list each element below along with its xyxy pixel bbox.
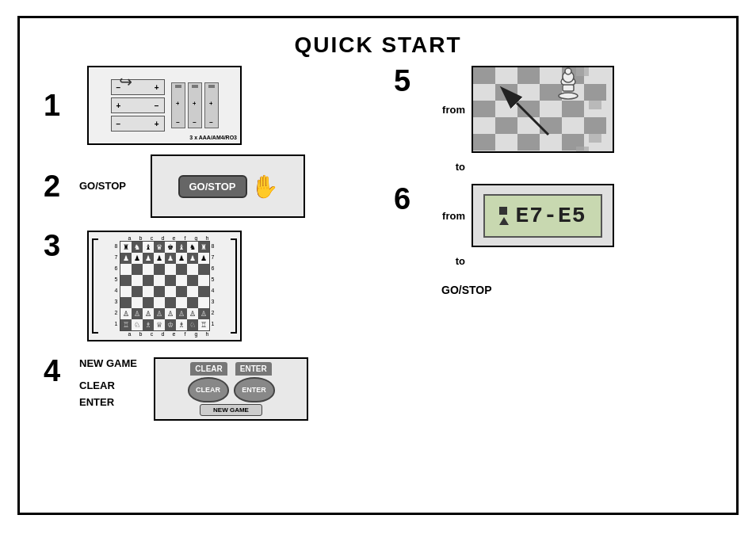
svg-rect-17 (562, 101, 584, 117)
step-2-label: GO/STOP (79, 178, 143, 194)
bracket-right (231, 238, 237, 334)
step-2-number: 2 (44, 171, 79, 201)
right-column: 5 from (378, 66, 712, 505)
chess-board-container: a b c d e f g h 8 (113, 235, 216, 337)
lcd-triangle-icon (499, 217, 509, 225)
enter-button[interactable]: ENTER (234, 377, 275, 402)
svg-rect-21 (517, 117, 540, 134)
battery-label: 3 x AAA/AM4/RO3 (189, 135, 237, 140)
svg-point-38 (559, 93, 578, 99)
board-labels-bottom: a b c d e f g h (116, 331, 213, 337)
svg-rect-27 (517, 134, 540, 151)
step6-from-label: from (437, 210, 465, 222)
enter-btn-label: ENTER (235, 362, 272, 376)
step-1-row: 1 ↩ −+ +− (44, 66, 378, 145)
svg-rect-26 (495, 134, 517, 151)
step-6-number: 6 (394, 184, 430, 267)
piece-move-svg (473, 67, 613, 151)
gostop-button[interactable]: GO/STOP (178, 175, 247, 198)
step-6-row: 6 from E7-E5 (394, 184, 712, 267)
step-3-row: 3 a b c d e f (44, 231, 378, 341)
svg-rect-3 (517, 67, 540, 84)
svg-rect-31 (576, 67, 589, 76)
lcd-square-icon (499, 207, 507, 215)
board-labels-top: a b c d e f g h (116, 235, 213, 241)
step-1-number: 1 (44, 90, 79, 120)
clear-label: CLEAR (79, 378, 143, 394)
step-3-number: 3 (44, 231, 79, 261)
svg-rect-9 (517, 84, 540, 101)
page-title: QUICK START (20, 18, 736, 66)
svg-rect-37 (563, 85, 574, 91)
step6-to-label: to (437, 255, 465, 267)
step-4-number: 4 (44, 356, 79, 386)
step5-to-label: to (437, 161, 465, 173)
step-5-image (472, 66, 614, 153)
svg-rect-28 (540, 134, 562, 151)
svg-point-40 (565, 68, 571, 74)
clear-button[interactable]: CLEAR (188, 377, 229, 402)
lcd-icons (499, 207, 509, 225)
step-6-lcd-image: E7-E5 (472, 184, 614, 247)
step-4-image: CLEAR ENTER CLEAR (154, 357, 308, 421)
step-2-row: 2 GO/STOP GO/STOP 🤚 (44, 154, 378, 218)
lcd-display: E7-E5 (483, 194, 602, 238)
step-5-number: 5 (394, 66, 430, 173)
main-container: QUICK START 1 ↩ −+ (17, 16, 739, 515)
svg-rect-4 (540, 67, 562, 84)
svg-rect-7 (473, 84, 495, 101)
chess-board: ♜ ♞ ♝ ♛ ♚ ♝ ♞ ♜ ♟ (120, 241, 210, 331)
svg-rect-24 (584, 117, 606, 134)
step-4-row: 4 NEW GAME CLEAR ENTER (44, 356, 378, 421)
step5-from-label: from (437, 104, 465, 116)
step-2-image: GO/STOP 🤚 (151, 154, 305, 218)
svg-rect-25 (473, 134, 495, 151)
svg-rect-12 (584, 84, 606, 101)
content-area: 1 ↩ −+ +− (20, 66, 736, 505)
new-game-label: NEW GAME (79, 356, 143, 372)
lcd-text: E7-E5 (515, 204, 586, 228)
svg-rect-32 (589, 101, 601, 109)
hand-icon: 🤚 (250, 174, 278, 200)
clear-btn-label: CLEAR (190, 362, 227, 376)
svg-rect-14 (495, 101, 517, 117)
svg-rect-34 (576, 147, 589, 151)
svg-rect-8 (495, 84, 517, 101)
left-column: 1 ↩ −+ +− (44, 66, 378, 505)
step-5-row: 5 from (394, 66, 712, 173)
svg-rect-22 (540, 117, 562, 134)
svg-rect-23 (562, 117, 584, 134)
enter-label: ENTER (79, 395, 143, 410)
step-1-image: ↩ −+ +− −+ (87, 66, 242, 145)
svg-rect-16 (540, 101, 562, 117)
svg-rect-20 (495, 117, 517, 134)
gostop-bottom-label: GO/STOP (441, 284, 492, 296)
svg-rect-33 (589, 134, 601, 143)
svg-rect-2 (495, 67, 517, 84)
svg-rect-19 (473, 117, 495, 134)
svg-rect-10 (540, 84, 562, 101)
svg-rect-1 (473, 67, 495, 84)
new-game-button[interactable]: NEW GAME (200, 404, 262, 416)
step-3-image: a b c d e f g h 8 (87, 231, 242, 341)
svg-rect-13 (473, 101, 495, 117)
bracket-left (92, 238, 98, 334)
